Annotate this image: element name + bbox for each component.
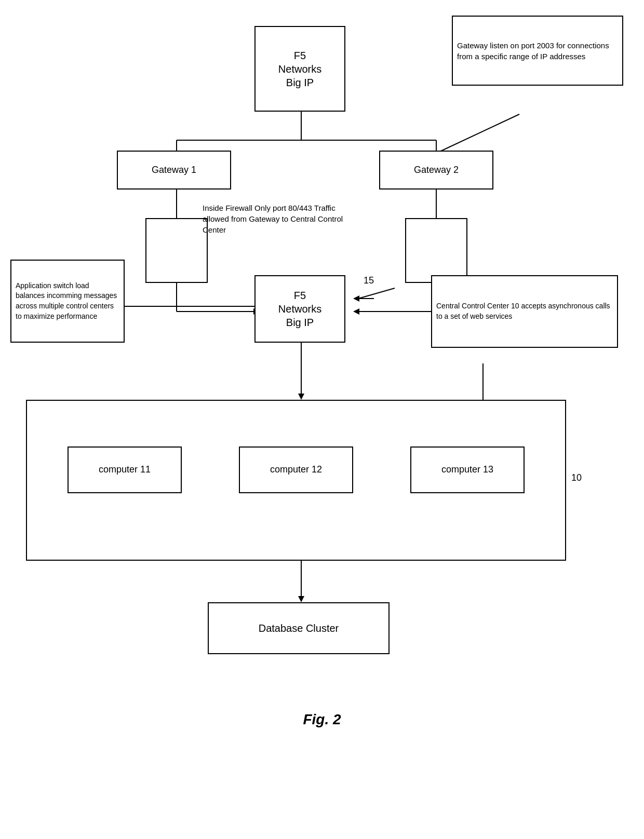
gateway1-label: Gateway 1 [152, 164, 196, 176]
figure-caption: Fig. 2 [249, 711, 395, 728]
gateway1-box: Gateway 1 [117, 151, 231, 190]
gateway-listen-annotation: Gateway listen on port 2003 for connecti… [452, 16, 623, 86]
app-switch-annotation: Application switch load balances incommi… [10, 260, 125, 343]
firewall-annotation: Inside Firewall Only port 80/443 Traffic… [203, 202, 348, 235]
computer13-box: computer 13 [410, 446, 525, 493]
svg-line-24 [436, 114, 519, 153]
svg-marker-13 [353, 295, 359, 302]
gateway2-label: Gateway 2 [414, 164, 459, 176]
database-cluster-label: Database Cluster [259, 621, 339, 635]
f5-middle-box: F5 Networks Big IP [254, 275, 345, 343]
computer11-label: computer 11 [99, 464, 151, 476]
computer12-box: computer 12 [239, 446, 353, 493]
computer11-box: computer 11 [68, 446, 182, 493]
inner-box-gw2 [405, 218, 467, 283]
database-cluster-box: Database Cluster [208, 602, 390, 654]
central-control-annotation: Central Control Center 10 accepts asynch… [431, 275, 618, 348]
gateway2-box: Gateway 2 [379, 151, 493, 190]
f5-top-label: F5 Networks Big IP [278, 49, 321, 89]
svg-marker-15 [298, 394, 304, 400]
svg-marker-19 [298, 596, 304, 602]
f5-middle-label: F5 Networks Big IP [278, 289, 321, 329]
f5-top-box: F5 Networks Big IP [254, 26, 345, 112]
svg-line-25 [358, 288, 395, 299]
label-10: 10 [571, 472, 582, 483]
computer12-label: computer 12 [270, 464, 322, 476]
label-15: 15 [364, 275, 374, 286]
computer13-label: computer 13 [441, 464, 493, 476]
inner-box-gw1 [145, 218, 208, 283]
svg-marker-11 [353, 308, 359, 315]
